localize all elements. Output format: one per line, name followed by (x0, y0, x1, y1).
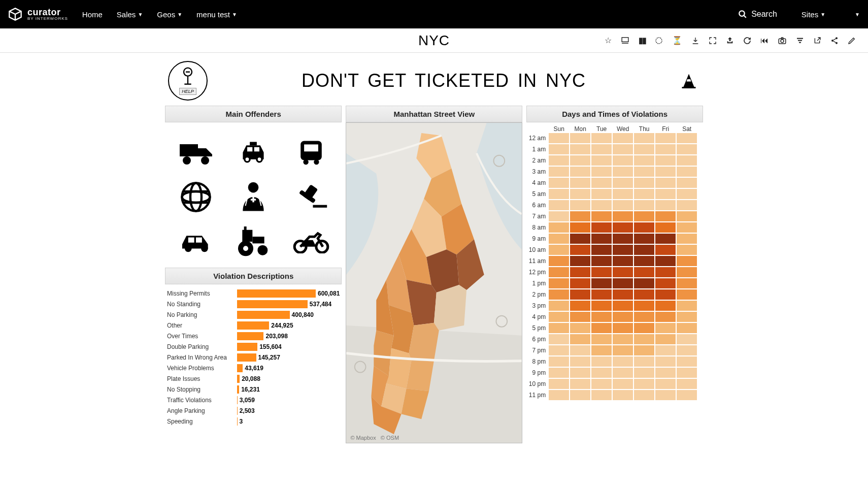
heat-cell[interactable] (655, 144, 676, 154)
heat-cell[interactable] (570, 278, 590, 288)
heat-cell[interactable] (634, 211, 654, 221)
share-icon[interactable] (830, 37, 839, 45)
heat-cell[interactable] (591, 278, 612, 288)
heat-cell[interactable] (634, 345, 654, 355)
heat-cell[interactable] (613, 368, 633, 378)
fullscreen-icon[interactable] (709, 37, 717, 45)
heat-cell[interactable] (634, 245, 654, 255)
heat-cell[interactable] (655, 234, 676, 244)
offender-motorcycle[interactable] (283, 221, 339, 263)
heat-cell[interactable] (655, 345, 676, 355)
bar-row[interactable]: Traffic Violations3,059 (167, 395, 340, 405)
offender-tractor[interactable] (225, 221, 281, 263)
open-external-icon[interactable] (813, 37, 821, 45)
nav-sales[interactable]: Sales▼ (117, 10, 143, 19)
heat-cell[interactable] (655, 155, 676, 166)
heat-cell[interactable] (613, 312, 633, 322)
heat-cell[interactable] (634, 334, 654, 344)
heat-cell[interactable] (591, 345, 612, 355)
heat-cell[interactable] (677, 234, 697, 244)
heat-cell[interactable] (549, 144, 569, 154)
heat-cell[interactable] (591, 289, 612, 300)
heat-cell[interactable] (613, 222, 633, 233)
heat-cell[interactable] (634, 312, 654, 322)
heat-cell[interactable] (655, 222, 676, 233)
heat-cell[interactable] (570, 267, 590, 277)
heat-cell[interactable] (570, 379, 590, 389)
heat-cell[interactable] (549, 379, 569, 389)
heat-cell[interactable] (655, 189, 676, 199)
heat-cell[interactable] (677, 200, 697, 210)
heat-cell[interactable] (655, 289, 676, 300)
nav-sites[interactable]: Sites▼ (802, 10, 825, 19)
bar-row[interactable]: Vehicle Problems43,619 (167, 363, 340, 373)
nav-search[interactable]: Search (738, 10, 777, 19)
heat-cell[interactable] (677, 222, 697, 233)
heat-cell[interactable] (570, 312, 590, 322)
heat-cell[interactable] (677, 345, 697, 355)
nav-geos[interactable]: Geos▼ (157, 10, 182, 19)
present-icon[interactable] (621, 36, 629, 45)
heat-cell[interactable] (549, 167, 569, 177)
bar-row[interactable]: Double Parking155,604 (167, 342, 340, 352)
heat-cell[interactable] (549, 189, 569, 199)
heat-cell[interactable] (634, 133, 654, 143)
heat-cell[interactable] (655, 368, 676, 378)
heat-cell[interactable] (549, 368, 569, 378)
heat-cell[interactable] (613, 167, 633, 177)
heat-cell[interactable] (613, 245, 633, 255)
heat-cell[interactable] (570, 345, 590, 355)
edit-icon[interactable] (848, 37, 856, 45)
heat-cell[interactable] (570, 234, 590, 244)
heat-cell[interactable] (570, 245, 590, 255)
offender-globe[interactable] (168, 176, 223, 218)
heat-cell[interactable] (591, 334, 612, 344)
heat-cell[interactable] (591, 178, 612, 188)
heat-cell[interactable] (613, 323, 633, 333)
heat-cell[interactable] (591, 144, 612, 154)
heat-cell[interactable] (655, 133, 676, 143)
rewind-icon[interactable]: ⏮ (760, 36, 769, 45)
map[interactable]: © Mapbox © OSM (346, 122, 522, 443)
heat-cell[interactable] (591, 133, 612, 143)
heat-cell[interactable] (549, 323, 569, 333)
heat-cell[interactable] (634, 301, 654, 311)
heat-cell[interactable] (677, 144, 697, 154)
heat-cell[interactable] (570, 133, 590, 143)
bar-row[interactable]: Parked In Wrong Area145,257 (167, 352, 340, 363)
export-icon[interactable] (726, 37, 734, 45)
heat-cell[interactable] (613, 278, 633, 288)
heat-cell[interactable] (677, 167, 697, 177)
heat-cell[interactable] (655, 211, 676, 221)
heat-cell[interactable] (549, 222, 569, 233)
heat-cell[interactable] (570, 356, 590, 367)
heat-cell[interactable] (634, 178, 654, 188)
favorite-icon[interactable]: ☆ (605, 36, 612, 45)
heat-cell[interactable] (613, 356, 633, 367)
heat-cell[interactable] (634, 390, 654, 400)
bar-row[interactable]: Missing Permits600,081 (167, 288, 340, 299)
heat-cell[interactable] (677, 256, 697, 266)
heat-cell[interactable] (570, 167, 590, 177)
heat-cell[interactable] (549, 267, 569, 277)
heat-cell[interactable] (613, 390, 633, 400)
offender-taxi[interactable] (225, 132, 281, 173)
offender-doctor[interactable] (225, 176, 281, 218)
heat-cell[interactable] (677, 323, 697, 333)
heat-cell[interactable] (591, 200, 612, 210)
heat-cell[interactable] (591, 167, 612, 177)
heat-cell[interactable] (549, 200, 569, 210)
heat-cell[interactable] (634, 200, 654, 210)
heat-cell[interactable] (634, 278, 654, 288)
heat-cell[interactable] (677, 289, 697, 300)
heat-cell[interactable] (570, 323, 590, 333)
heat-cell[interactable] (570, 256, 590, 266)
hourglass-icon[interactable]: ⏳ (672, 36, 682, 45)
heat-cell[interactable] (655, 267, 676, 277)
heat-cell[interactable] (549, 312, 569, 322)
heat-cell[interactable] (677, 155, 697, 166)
heat-cell[interactable] (634, 189, 654, 199)
heat-cell[interactable] (591, 368, 612, 378)
heat-cell[interactable] (655, 245, 676, 255)
heat-cell[interactable] (549, 256, 569, 266)
